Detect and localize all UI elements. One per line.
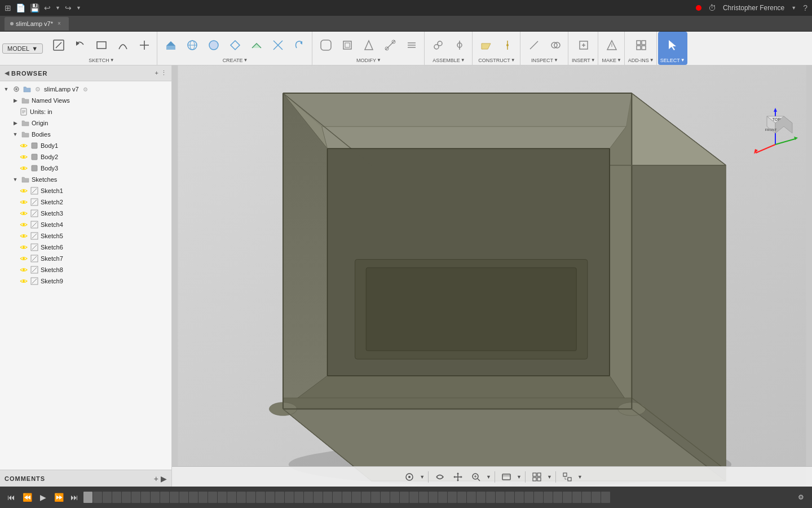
sketch4-item[interactable]: Sketch4 [18,219,171,230]
plus-button[interactable] [134,34,155,56]
browser-expand-icon[interactable]: + [155,69,158,77]
arc-button[interactable] [113,34,133,56]
anim-frame-35[interactable] [419,492,428,503]
browser-settings-icon[interactable]: ⋮ [161,69,167,77]
assemble-dropdown-arrow[interactable]: ▼ [461,58,465,63]
anim-frame-15[interactable] [227,492,236,503]
modify-dropdown-arrow[interactable]: ▼ [377,58,381,63]
anim-next-button[interactable]: ⏩ [52,491,65,504]
file-icon[interactable]: 📄 [16,3,25,12]
anim-frame-0[interactable] [83,492,92,503]
root-visibility-icon[interactable] [12,85,21,94]
anim-frame-16[interactable] [237,492,246,503]
redo-dropdown-icon[interactable]: ▼ [76,5,81,11]
bodies-toggle[interactable]: ▼ [11,130,19,138]
anim-frame-45[interactable] [515,492,524,503]
anim-frame-27[interactable] [342,492,351,503]
axis-button[interactable] [497,34,518,56]
pan-button[interactable] [450,469,466,485]
anim-frame-10[interactable] [179,492,188,503]
sketch5-eye-icon[interactable] [19,231,28,240]
anim-frame-36[interactable] [429,492,438,503]
anim-frame-1[interactable] [93,492,102,503]
anim-frame-28[interactable] [352,492,361,503]
inspect-dropdown-arrow[interactable]: ▼ [554,58,558,63]
anim-frame-25[interactable] [323,492,332,503]
anim-frame-48[interactable] [544,492,553,503]
body1-item[interactable]: Body1 [18,140,171,151]
push-button[interactable] [225,34,245,56]
anim-frame-37[interactable] [438,492,447,503]
viewport[interactable]: TOP FRONT ▼ ▼ [172,65,812,487]
construct-dropdown-arrow[interactable]: ▼ [511,58,515,63]
anim-frame-7[interactable] [151,492,160,503]
grid-dropdown-arrow[interactable]: ▼ [547,474,552,480]
origin-toggle[interactable]: ▶ [11,119,19,127]
anim-frame-23[interactable] [304,492,313,503]
snap-dropdown-arrow[interactable]: ▼ [577,474,582,480]
redo-icon[interactable]: ↪ [65,3,72,12]
fillet-button[interactable] [316,34,336,56]
anim-frame-53[interactable] [592,492,601,503]
anim-frame-41[interactable] [476,492,486,503]
sketch3-eye-icon[interactable] [19,209,28,218]
make-button[interactable] [602,34,622,56]
anim-frame-31[interactable] [381,492,390,503]
sketch7-item[interactable]: Sketch7 [18,253,171,264]
body3-eye-icon[interactable] [19,164,28,173]
draft-button[interactable] [359,34,379,56]
anim-frame-24[interactable] [314,492,323,503]
interference-button[interactable] [545,34,566,56]
anim-frame-40[interactable] [467,492,476,503]
save-icon[interactable]: 💾 [30,3,39,12]
anim-frame-12[interactable] [198,492,208,503]
browser-collapse-icon[interactable]: ◀ [5,69,9,77]
anim-frame-29[interactable] [361,492,370,503]
anim-frame-43[interactable] [496,492,505,503]
comments-add-icon[interactable]: + [154,474,158,483]
sketch5-item[interactable]: Sketch5 [18,230,171,242]
model-dropdown[interactable]: MODEL ▼ [2,43,43,54]
align-button[interactable] [401,34,422,56]
anim-frame-20[interactable] [275,492,284,503]
anim-frame-50[interactable] [563,492,572,503]
camera-dropdown-arrow[interactable]: ▼ [420,474,425,480]
anim-frame-44[interactable] [505,492,514,503]
anim-frame-49[interactable] [553,492,562,503]
anim-start-button[interactable]: ⏮ [5,491,18,504]
create-dropdown-arrow[interactable]: ▼ [243,58,248,63]
sketch2-item[interactable]: Sketch2 [18,196,171,208]
display-mode-button[interactable] [498,469,514,485]
anim-end-button[interactable]: ⏭ [68,491,81,504]
anim-frame-47[interactable] [534,492,543,503]
rectangle-button[interactable] [91,34,112,56]
anim-frame-30[interactable] [371,492,380,503]
sketch8-eye-icon[interactable] [19,265,28,274]
named-views-item[interactable]: ▶ Named Views [9,95,171,106]
anim-frame-19[interactable] [266,492,275,503]
orbit-button[interactable] [432,469,448,485]
joint2-button[interactable] [449,34,470,56]
display-dropdown-arrow[interactable]: ▼ [517,474,522,480]
anim-frame-3[interactable] [112,492,121,503]
anim-frame-2[interactable] [103,492,112,503]
tab-close-button[interactable]: × [55,20,63,28]
extrude-button[interactable] [161,34,181,56]
anim-frame-6[interactable] [141,492,150,503]
undo-dropdown-icon[interactable]: ▼ [55,5,60,11]
sketch9-item[interactable]: Sketch9 [18,275,171,287]
navigation-cube[interactable]: TOP FRONT [750,99,801,156]
anim-frame-11[interactable] [189,492,198,503]
insert-dropdown-arrow[interactable]: ▼ [591,58,595,63]
anim-prev-button[interactable]: ⏪ [20,491,34,504]
measure-button[interactable] [524,34,544,56]
plane-button[interactable] [476,34,496,56]
anim-frame-38[interactable] [448,492,457,503]
sketch6-eye-icon[interactable] [19,243,28,252]
anim-frame-14[interactable] [218,492,227,503]
anim-frame-39[interactable] [457,492,466,503]
settings-button[interactable]: ⚙ [794,491,807,504]
anim-frame-42[interactable] [486,492,495,503]
timer-icon[interactable]: ⏱ [708,3,716,12]
body3-item[interactable]: Body3 [18,163,171,174]
